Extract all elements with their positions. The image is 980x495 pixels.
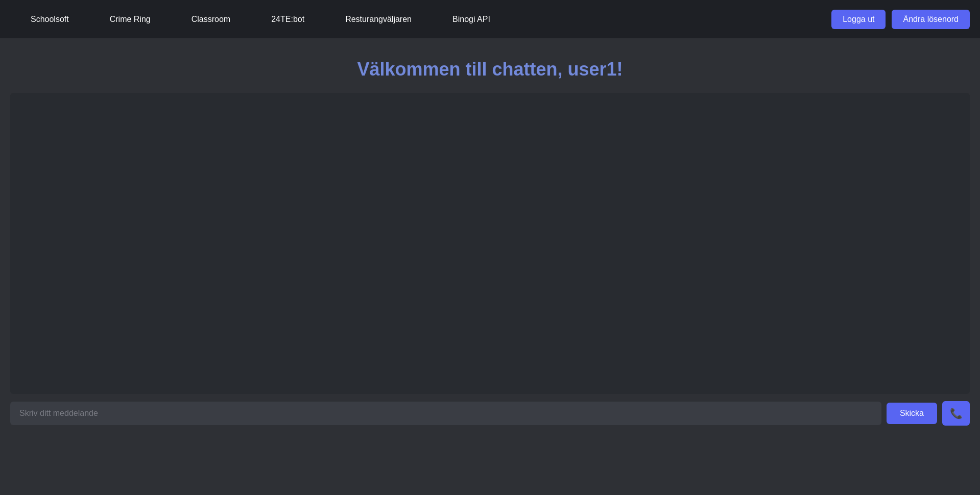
- input-area: Skicka 📞: [0, 394, 980, 433]
- welcome-title: Välkommen till chatten, user1!: [10, 48, 970, 93]
- nav-link-24tebot[interactable]: 24TE:bot: [251, 15, 325, 24]
- phone-icon: 📞: [950, 407, 963, 419]
- nav-link-schoolsoft[interactable]: Schoolsoft: [10, 15, 89, 24]
- nav-link-classroom[interactable]: Classroom: [171, 15, 251, 24]
- navbar: Schoolsoft Crime Ring Classroom 24TE:bot…: [0, 0, 980, 38]
- nav-link-crime-ring[interactable]: Crime Ring: [89, 15, 171, 24]
- chat-area: [10, 93, 970, 394]
- message-input[interactable]: [10, 402, 881, 425]
- change-password-button[interactable]: Ändra lösenord: [892, 10, 970, 29]
- logout-button[interactable]: Logga ut: [831, 10, 886, 29]
- nav-link-binogi-api[interactable]: Binogi API: [432, 15, 511, 24]
- nav-link-resturangvaljaren[interactable]: Resturangväljaren: [325, 15, 432, 24]
- phone-button[interactable]: 📞: [942, 401, 970, 426]
- main-content: Välkommen till chatten, user1!: [0, 38, 980, 394]
- send-button[interactable]: Skicka: [887, 403, 937, 424]
